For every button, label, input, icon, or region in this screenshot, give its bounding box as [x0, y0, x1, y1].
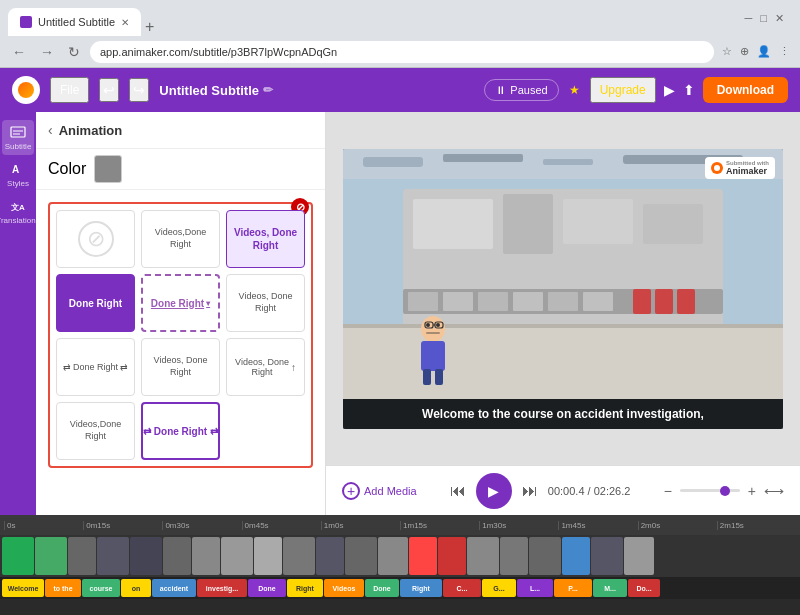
- anim-cell-1[interactable]: Videos,DoneRight: [141, 210, 220, 268]
- browser-maximize-icon[interactable]: □: [760, 12, 767, 24]
- anim-cell-4[interactable]: Done Right ▾: [141, 274, 220, 332]
- back-button[interactable]: ←: [8, 42, 30, 62]
- undo-button[interactable]: ↩: [99, 78, 119, 102]
- reload-button[interactable]: ↻: [64, 42, 84, 62]
- subtitle-seg-6[interactable]: investig...: [197, 579, 247, 597]
- anim-cell-10-label: ⇄ Done Right ⇄: [143, 426, 218, 437]
- anim-cell-10[interactable]: ⇄ Done Right ⇄: [141, 402, 220, 460]
- share-button[interactable]: ⬆: [683, 82, 695, 98]
- play-button[interactable]: ▶: [476, 473, 512, 509]
- svg-rect-22: [583, 292, 613, 311]
- subtitle-seg-13[interactable]: G...: [482, 579, 516, 597]
- subtitle-seg-16[interactable]: M...: [593, 579, 627, 597]
- animaker-badge-icon: [711, 162, 723, 174]
- frame-thumb-18: [529, 537, 561, 575]
- subtitle-seg-8[interactable]: Right: [287, 579, 323, 597]
- sidebar-item-translations[interactable]: 文A Translations: [2, 194, 34, 229]
- frame-thumb-6: [163, 537, 191, 575]
- sidebar-item-subtitle[interactable]: Subtitle: [2, 120, 34, 155]
- svg-point-33: [436, 323, 440, 327]
- browser-minimize-icon[interactable]: ─: [745, 12, 753, 24]
- preview-button[interactable]: ▶: [664, 82, 675, 98]
- paused-button[interactable]: ⏸ Paused: [484, 79, 558, 101]
- add-media-button[interactable]: + Add Media: [342, 482, 417, 500]
- color-picker-button[interactable]: [94, 155, 122, 183]
- controls-center: ⏮ ▶ ⏭ 00:00.4 / 02:26.2: [450, 473, 631, 509]
- subtitle-seg-17[interactable]: Do...: [628, 579, 660, 597]
- subtitle-seg-10[interactable]: Done: [365, 579, 399, 597]
- browser-chrome: Untitled Subtitle ✕ + ─ □ ✕ ← → ↻ ☆ ⊕ 👤 …: [0, 0, 800, 68]
- forward-button[interactable]: →: [36, 42, 58, 62]
- address-bar[interactable]: [90, 41, 714, 63]
- redo-button[interactable]: ↪: [129, 78, 149, 102]
- ruler-mark-7: 1m45s: [558, 521, 637, 530]
- frame-thumb-13: [378, 537, 408, 575]
- subtitle-seg-7[interactable]: Done: [248, 579, 286, 597]
- subtitle-seg-15[interactable]: P...: [554, 579, 592, 597]
- panel-header: ‹ Animation: [36, 112, 325, 149]
- anim-cell-3[interactable]: Done Right: [56, 274, 135, 332]
- subtitle-seg-14[interactable]: L...: [517, 579, 553, 597]
- settings-icon[interactable]: ⋮: [777, 43, 792, 60]
- new-tab-button[interactable]: +: [145, 18, 154, 36]
- download-button[interactable]: Download: [703, 77, 788, 103]
- frame-thumb-10: [283, 537, 315, 575]
- zoom-slider[interactable]: [680, 489, 740, 492]
- anim-cell-4-label: Done Right ▾: [151, 298, 210, 309]
- anim-cell-8[interactable]: Videos, DoneRight ↑: [226, 338, 305, 396]
- frame-thumb-19-blue: [562, 537, 590, 575]
- frame-thumb-11: [316, 537, 344, 575]
- anim-cell-9[interactable]: Videos,DoneRight: [56, 402, 135, 460]
- frame-thumb-9: [254, 537, 282, 575]
- zoom-slider-handle[interactable]: [720, 486, 730, 496]
- anim-cell-7[interactable]: Videos, DoneRight: [141, 338, 220, 396]
- title-edit-icon[interactable]: ✏: [263, 83, 273, 97]
- anim-cell-6[interactable]: ⇄ Done Right ⇄: [56, 338, 135, 396]
- subtitle-seg-12[interactable]: C...: [443, 579, 481, 597]
- subtitle-seg-3[interactable]: course: [82, 579, 120, 597]
- sidebar-item-styles[interactable]: A Styles: [2, 157, 34, 192]
- subtitle-seg-1[interactable]: Welcome: [2, 579, 44, 597]
- ruler-mark-5: 1m15s: [400, 521, 479, 530]
- timeline-ruler: 0s 0m15s 0m30s 0m45s 1m0s 1m15s 1m30s 1m…: [0, 515, 800, 535]
- upgrade-button[interactable]: Upgrade: [590, 77, 656, 103]
- svg-text:文A: 文A: [11, 202, 25, 212]
- fit-button[interactable]: ⟷: [764, 483, 784, 499]
- zoom-in-button[interactable]: +: [748, 483, 756, 499]
- document-title: Untitled Subtitle ✏: [159, 83, 474, 98]
- svg-rect-19: [478, 292, 508, 311]
- anim-cell-2[interactable]: Videos, DoneRight: [226, 210, 305, 268]
- svg-point-38: [714, 165, 720, 171]
- panel-title: Animation: [59, 123, 123, 138]
- ruler-mark-2: 0m30s: [162, 521, 241, 530]
- zoom-out-button[interactable]: −: [664, 483, 672, 499]
- subtitle-seg-9[interactable]: Videos: [324, 579, 364, 597]
- anim-cell-none[interactable]: ⊘: [56, 210, 135, 268]
- animaker-badge: Submitted with Animaker: [705, 157, 775, 179]
- svg-rect-26: [343, 324, 783, 399]
- profile-icon[interactable]: 👤: [755, 43, 773, 60]
- frame-thumb-1: [2, 537, 34, 575]
- subtitle-seg-11[interactable]: Right: [400, 579, 442, 597]
- browser-tab[interactable]: Untitled Subtitle ✕: [8, 8, 141, 36]
- anim-cell-5[interactable]: Videos, DoneRight: [226, 274, 305, 332]
- anim-cell-6-label: ⇄ Done Right ⇄: [63, 362, 128, 372]
- panel-back-button[interactable]: ‹: [48, 122, 53, 138]
- next-button[interactable]: ⏭: [522, 482, 538, 500]
- subtitle-seg-2[interactable]: to the: [45, 579, 81, 597]
- browser-close-icon[interactable]: ✕: [775, 12, 784, 25]
- prev-button[interactable]: ⏮: [450, 482, 466, 500]
- ruler-mark-0: 0s: [4, 521, 83, 530]
- tab-close-icon[interactable]: ✕: [121, 17, 129, 28]
- subtitle-seg-5[interactable]: accident: [152, 579, 196, 597]
- anim-cell-5-label: Videos, DoneRight: [239, 291, 293, 314]
- bookmark-icon[interactable]: ☆: [720, 43, 734, 60]
- svg-rect-21: [548, 292, 578, 311]
- svg-rect-31: [435, 369, 443, 385]
- svg-rect-8: [443, 154, 523, 162]
- subtitle-seg-4[interactable]: on: [121, 579, 151, 597]
- svg-rect-25: [677, 289, 695, 314]
- frame-thumb-15-highlight: [438, 537, 466, 575]
- svg-rect-14: [563, 199, 633, 244]
- file-menu-button[interactable]: File: [50, 77, 89, 103]
